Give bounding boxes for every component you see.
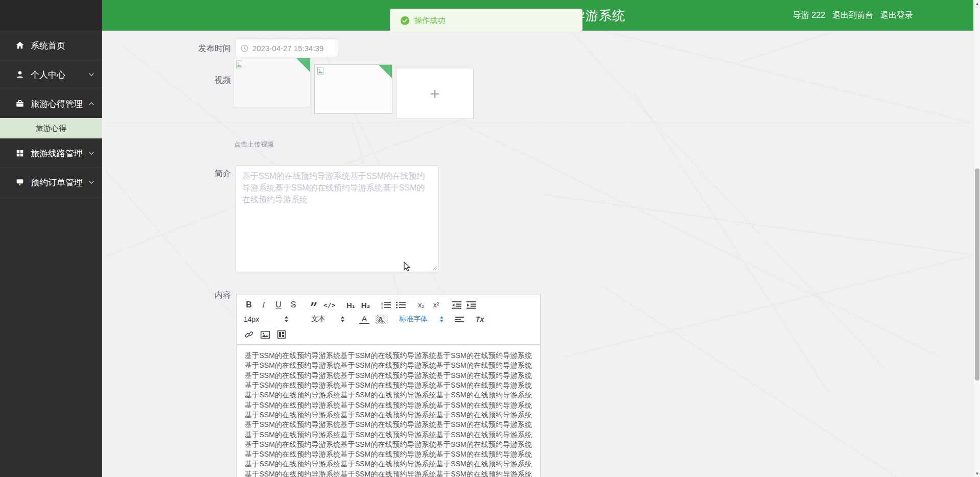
nav-exit-to-front-link[interactable]: 退出到前台 <box>832 10 873 21</box>
italic-button[interactable]: I <box>259 299 269 311</box>
upload-video-hint[interactable]: 点击上传视频 <box>234 140 274 149</box>
chevron-up-icon <box>88 100 95 107</box>
grid-icon <box>15 149 25 158</box>
font-color-button[interactable]: A <box>359 315 369 324</box>
heading1-button[interactable]: H₁ <box>345 299 356 311</box>
font-size-value: 14px <box>244 315 259 323</box>
upload-success-wedge <box>296 58 310 72</box>
deco-line <box>572 33 886 370</box>
video-upload-button[interactable]: + <box>396 68 474 119</box>
check-circle-icon <box>401 16 409 25</box>
clear-format-button[interactable]: Tx <box>475 314 485 325</box>
highlight-button[interactable]: A <box>376 315 386 324</box>
intro-label: 简介 <box>174 169 231 179</box>
nav-logout-link[interactable]: 退出登录 <box>880 10 913 21</box>
resize-grip-icon[interactable] <box>432 266 437 271</box>
chevron-down-icon <box>88 179 95 186</box>
publish-time-value: 2023-04-27 15:34:39 <box>252 44 323 53</box>
font-size-select[interactable]: 14px <box>244 315 289 323</box>
deco-line <box>603 286 929 477</box>
paragraph-value: 文本 <box>311 315 325 324</box>
toast-message: 操作成功 <box>414 16 445 26</box>
sidebar-item-label: 预约订单管理 <box>31 177 88 188</box>
chevron-down-icon <box>88 71 95 78</box>
font-family-select[interactable]: 标准字体 <box>399 315 444 324</box>
deco-line <box>542 194 977 256</box>
blockquote-button[interactable]: ” <box>309 299 319 311</box>
video-label: 视频 <box>174 75 231 86</box>
briefcase-icon <box>15 99 25 108</box>
header-nav: 导游 222 退出到前台 退出登录 <box>793 0 913 31</box>
updown-arrow-icon <box>340 316 345 322</box>
sidebar-item-home[interactable]: 系统首页 <box>0 31 102 60</box>
updown-arrow-icon <box>284 316 289 322</box>
chevron-down-icon <box>88 150 95 157</box>
vertical-scrollbar[interactable]: ▲ ▼ <box>973 0 980 477</box>
rich-text-editor: B I U S ” </> H₁ H₂ 123 <box>236 295 541 477</box>
intro-textarea[interactable]: 基于SSM的在线预约导游系统基于SSM的在线预约导游系统基于SSM的在线预约导游… <box>236 165 439 272</box>
bold-button[interactable]: B <box>244 299 254 311</box>
sidebar-item-label: 旅游心得管理 <box>31 98 88 110</box>
publish-time-input[interactable]: 2023-04-27 15:34:39 <box>235 39 338 57</box>
app-window: 基于SSM的在线预约导游系统 导游 222 退出到前台 退出登录 操作成功 系统… <box>0 0 980 477</box>
sidebar-subitem-notes-active[interactable]: 旅游心得 <box>0 118 102 138</box>
scroll-down-icon[interactable]: ▼ <box>974 470 980 477</box>
code-button[interactable]: </> <box>323 299 335 311</box>
editor-toolbar: B I U S ” </> H₁ H₂ 123 <box>237 295 540 345</box>
video-thumbnail[interactable] <box>233 58 311 107</box>
heading2-button[interactable]: H₂ <box>360 299 370 311</box>
strikethrough-button[interactable]: S <box>288 299 298 311</box>
plus-icon: + <box>430 85 440 102</box>
image-icon[interactable] <box>260 329 270 340</box>
sidebar-item-orders-manage[interactable]: 预约订单管理 <box>0 168 102 197</box>
broken-image-icon <box>236 60 244 68</box>
paragraph-select[interactable]: 文本 <box>311 315 345 324</box>
video-thumbnail[interactable] <box>314 64 392 114</box>
editor-content[interactable]: 基于SSM的在线预约导游系统基于SSM的在线预约导游系统基于SSM的在线预约导游… <box>237 345 540 477</box>
broken-image-icon <box>317 67 325 75</box>
sidebar-item-notes-manage[interactable]: 旅游心得管理 <box>0 89 102 118</box>
ordered-list-icon[interactable]: 123 <box>381 299 391 311</box>
user-icon <box>15 70 25 79</box>
nav-username[interactable]: 导游 222 <box>793 10 825 21</box>
deco-line <box>107 123 971 123</box>
align-left-icon[interactable] <box>454 314 464 325</box>
superscript-button[interactable]: x² <box>431 299 441 311</box>
video-icon[interactable] <box>276 329 287 340</box>
deco-line <box>603 31 970 123</box>
upload-success-wedge <box>379 65 392 78</box>
sidebar: 系统首页 个人中心 旅游心得管理 旅游心得 <box>0 0 102 477</box>
content-label: 内容 <box>174 290 231 301</box>
underline-button[interactable]: U <box>273 299 284 311</box>
intro-text: 基于SSM的在线预约导游系统基于SSM的在线预约导游系统基于SSM的在线预约导游… <box>242 172 425 204</box>
link-icon[interactable] <box>244 329 254 340</box>
sidebar-item-profile[interactable]: 个人中心 <box>0 60 102 89</box>
scroll-up-icon[interactable]: ▲ <box>974 0 980 7</box>
font-family-value: 标准字体 <box>399 315 428 324</box>
bullet-list-icon[interactable] <box>395 299 406 311</box>
home-icon <box>15 41 25 50</box>
sidebar-item-label: 旅游线路管理 <box>31 148 88 159</box>
sidebar-item-label: 系统首页 <box>31 40 95 52</box>
deco-line <box>634 92 829 392</box>
sidebar-logo-area <box>0 0 102 31</box>
indent-icon[interactable] <box>466 299 476 311</box>
sidebar-divider <box>0 197 102 197</box>
order-icon <box>15 178 25 187</box>
subscript-button[interactable]: x₂ <box>416 299 426 311</box>
sidebar-item-routes-manage[interactable]: 旅游线路管理 <box>0 138 102 168</box>
sidebar-subitem-label: 旅游心得 <box>36 124 66 133</box>
deco-line <box>562 256 969 358</box>
svg-text:3: 3 <box>381 306 383 309</box>
updown-arrow-icon <box>439 316 444 322</box>
success-toast: 操作成功 <box>390 9 582 32</box>
outdent-icon[interactable] <box>451 299 461 311</box>
clock-icon <box>241 44 248 52</box>
scrollbar-thumb[interactable] <box>975 169 979 380</box>
publish-time-label: 发布时间 <box>174 43 231 54</box>
sidebar-item-label: 个人中心 <box>31 69 88 81</box>
